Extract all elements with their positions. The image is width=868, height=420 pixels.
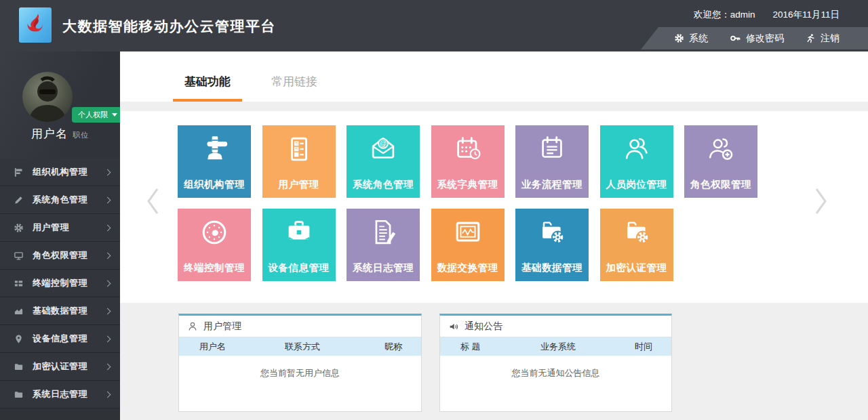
users-panel-header: 用户管理 [179,316,421,337]
column-time: 时间 [612,341,671,353]
briefcase-icon [283,217,315,248]
flame-logo-icon [22,11,48,39]
tile-system-dictionary[interactable]: 系统字典管理 [431,125,505,198]
pencil-icon [14,195,24,205]
tile-basic-data[interactable]: 基础数据管理 [515,209,589,281]
carousel-next-button[interactable] [813,186,829,219]
sidebar-item-system-role[interactable]: 系统角色管理 [0,186,120,214]
logout-button[interactable]: 注销 [806,33,840,45]
list-grid-icon [14,278,24,289]
user-plus-icon [705,133,736,165]
logout-icon [806,33,816,43]
gear-icon [674,33,684,43]
folder-gear-icon [621,217,652,248]
users-table-header: 用户名 联系方式 昵称 [179,337,421,356]
tile-org-structure[interactable]: 组织机构管理 [178,125,251,198]
change-password-button[interactable]: 修改密码 [730,33,784,45]
tile-row-2: 终端控制管理 设备信息管理 [178,209,673,281]
personal-permission-badge[interactable]: 个人权限 [72,107,123,123]
monitor-wave-icon [452,217,484,248]
sidebar-item-role-permission[interactable]: 角色权限管理 [0,242,120,270]
carousel-prev-button[interactable] [144,186,161,219]
notices-panel-title: 通知公告 [465,320,502,333]
current-date: 2016年11月11日 [772,9,840,21]
gear-icon [14,223,24,233]
mail-at-icon: @ [368,133,399,165]
tile-carousel: 组织机构管理 用户管理 @ [120,111,868,303]
tile-system-role[interactable]: @ 系统角色管理 [347,125,420,198]
username: 用户名职位 [31,126,89,142]
sidebar-item-terminal-control[interactable]: 终端控制管理 [0,270,120,297]
speaker-icon [448,321,459,332]
monitor-icon [14,251,24,261]
column-title: 标 题 [440,341,505,353]
top-bar: 大数据智能移动办公云管理平台 欢迎您：admin 2016年11月11日 系统 … [0,0,868,51]
user-role: 职位 [73,131,89,139]
svg-text:@: @ [380,140,387,147]
chevron-right-icon [104,280,111,287]
welcome-bar: 欢迎您：admin 2016年11月11日 [694,9,840,21]
folder-icon [14,390,24,400]
tile-business-process[interactable]: 业务流程管理 [515,125,589,198]
system-button[interactable]: 系统 [674,33,708,45]
tile-personnel-post[interactable]: 人员岗位管理 [600,125,673,198]
avatar[interactable] [22,72,73,122]
tile-terminal-control[interactable]: 终端控制管理 [178,209,251,281]
notices-table-header: 标 题 业务系统 时间 [440,337,671,356]
main-content: 基础功能 常用链接 [120,51,868,420]
caret-down-icon [112,113,117,117]
sidebar-item-encryption-auth[interactable]: 加密认证管理 [0,353,120,381]
sidebar-item-device-info[interactable]: 设备信息管理 [0,325,120,353]
sidebar-item-user-mgmt[interactable]: 用户管理 [0,214,120,242]
users-icon [621,133,652,165]
sidebar: 个人权限 用户名职位 组织机构管理 系统角色管理 [0,51,120,420]
chevron-right-icon [104,391,111,398]
system-toolbar: 系统 修改密码 注销 [641,27,868,49]
tile-system-log[interactable]: 系统日志管理 [347,209,420,281]
tab-common-links[interactable]: 常用链接 [270,51,319,99]
notices-panel-header: 通知公告 [440,316,671,337]
column-business-system: 业务系统 [505,341,612,353]
clipboard-icon [536,133,568,165]
notices-panel: 通知公告 标 题 业务系统 时间 您当前无通知公告信息 [439,314,672,412]
chevron-left-icon [144,186,161,217]
tile-data-exchange[interactable]: 数据交换管理 [431,209,505,281]
tile-encryption-auth[interactable]: 加密认证管理 [600,209,673,281]
notices-empty-message: 您当前无通知公告信息 [440,356,671,379]
users-panel-title: 用户管理 [203,320,241,333]
chevron-right-icon [104,224,111,231]
chevron-right-icon [104,335,111,342]
tile-device-info[interactable]: 设备信息管理 [262,209,336,281]
app-logo [19,7,52,43]
avatar-photo [22,72,73,122]
sidebar-item-basic-data[interactable]: 基础数据管理 [0,297,120,325]
user-icon [187,321,198,332]
key-icon [730,33,741,44]
welcome-user: 欢迎您：admin [694,9,755,21]
org-structure-icon [14,167,24,177]
area-chart-icon [14,306,24,316]
column-username: 用户名 [179,341,243,353]
sidebar-menu: 组织机构管理 系统角色管理 用户管理 角色权限管理 [0,159,120,408]
sidebar-item-system-log[interactable]: 系统日志管理 [0,381,120,408]
chevron-right-icon [104,252,111,259]
page-title: 大数据智能移动办公云管理平台 [62,17,276,36]
app-window: 大数据智能移动办公云管理平台 欢迎您：admin 2016年11月11日 系统 … [0,0,868,420]
tile-role-permission[interactable]: 角色权限管理 [684,125,757,198]
divider-strip [120,102,868,111]
gauge-icon [199,217,230,248]
chevron-right-icon [813,186,829,217]
folder-gear-icon [536,217,568,248]
folder-icon [14,362,24,372]
gavel-icon [199,133,230,165]
chevron-right-icon [104,363,111,370]
chevron-right-icon [104,308,111,314]
profile-section: 个人权限 用户名职位 [0,51,120,159]
tile-user-mgmt[interactable]: 用户管理 [262,125,336,198]
column-contact: 联系方式 [243,341,361,353]
chevron-right-icon [104,196,111,203]
calendar-clock-icon [452,133,484,165]
tile-row-1: 组织机构管理 用户管理 @ [178,125,757,198]
tab-basic-functions[interactable]: 基础功能 [173,51,242,102]
sidebar-item-org-structure[interactable]: 组织机构管理 [0,159,120,186]
